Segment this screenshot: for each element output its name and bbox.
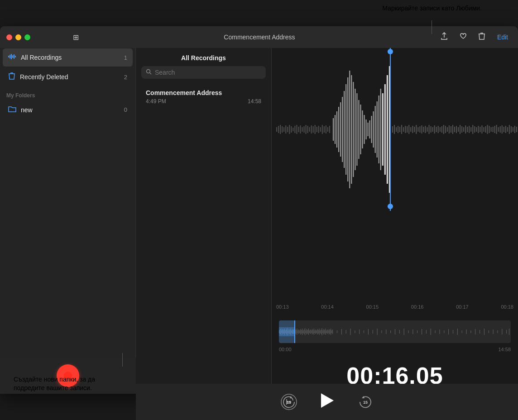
record-button[interactable] [57, 364, 79, 387]
right-panel: 00:13 00:14 00:15 00:16 00:17 00:18 [272, 26, 518, 394]
timeline-label-5: 00:18 [501, 304, 513, 310]
svg-rect-240 [497, 330, 498, 333]
svg-point-6 [147, 70, 150, 73]
svg-rect-195 [325, 329, 326, 335]
sidebar-item-all-recordings[interactable]: All Recordings 1 [3, 48, 133, 67]
svg-rect-29 [315, 125, 316, 134]
svg-rect-53 [360, 105, 361, 154]
scrubber-container[interactable] [279, 320, 511, 343]
svg-rect-162 [296, 330, 296, 334]
svg-rect-164 [297, 330, 298, 333]
forward-button[interactable]: 15 [357, 394, 374, 410]
svg-rect-107 [456, 126, 457, 133]
playback-controls: 15 15 15 [136, 384, 518, 420]
play-button[interactable] [320, 392, 335, 412]
svg-rect-101 [445, 126, 446, 133]
record-button-inner [64, 372, 72, 380]
search-input[interactable] [155, 69, 261, 76]
svg-rect-84 [414, 127, 415, 132]
svg-rect-113 [467, 127, 468, 132]
svg-rect-124 [487, 125, 488, 134]
svg-rect-121 [481, 125, 482, 134]
svg-rect-186 [317, 329, 318, 334]
svg-rect-21 [300, 125, 301, 134]
svg-rect-185 [317, 330, 317, 333]
svg-rect-216 [390, 330, 391, 333]
middle-panel: All Recordings Commencement Address 4:49… [136, 26, 272, 394]
svg-rect-0 [8, 56, 9, 57]
search-bar[interactable] [141, 66, 266, 79]
svg-rect-136 [509, 125, 510, 134]
svg-rect-19 [296, 125, 297, 134]
svg-rect-118 [476, 127, 477, 132]
waveform-container[interactable] [272, 48, 518, 302]
svg-rect-59 [371, 116, 372, 143]
svg-rect-27 [311, 125, 312, 134]
new-folder-label: new [21, 106, 124, 114]
svg-rect-207 [350, 329, 351, 335]
svg-rect-140 [516, 127, 517, 132]
svg-rect-72 [392, 126, 393, 133]
svg-rect-96 [436, 127, 437, 132]
maximize-button[interactable] [24, 34, 30, 40]
sidebar-item-recently-deleted[interactable]: Recently Deleted 2 [3, 67, 133, 86]
timeline-label-3: 00:16 [411, 304, 424, 310]
svg-rect-214 [381, 330, 382, 333]
svg-rect-31 [318, 126, 319, 133]
svg-rect-191 [322, 328, 322, 335]
edit-button[interactable]: Edit [494, 33, 511, 42]
svg-rect-80 [407, 126, 408, 133]
svg-rect-177 [309, 330, 310, 333]
waveform-svg [272, 48, 518, 211]
recording-item[interactable]: Commencement Address 4:49 PM 14:58 [139, 84, 269, 110]
svg-rect-232 [462, 330, 462, 333]
svg-rect-193 [323, 329, 324, 334]
svg-rect-11 [282, 126, 283, 133]
svg-rect-228 [444, 330, 444, 333]
svg-rect-242 [506, 330, 507, 334]
svg-rect-134 [505, 126, 506, 133]
svg-rect-33 [322, 125, 323, 134]
sidebar-toggle-button[interactable]: ⊞ [71, 31, 81, 43]
svg-rect-105 [452, 125, 453, 134]
svg-rect-238 [489, 330, 489, 333]
svg-rect-213 [377, 329, 378, 335]
share-icon[interactable] [438, 31, 450, 43]
svg-rect-209 [359, 329, 360, 334]
svg-rect-112 [465, 125, 466, 134]
svg-rect-190 [321, 329, 321, 334]
svg-rect-243 [509, 329, 509, 335]
svg-rect-41 [338, 107, 339, 152]
svg-rect-131 [500, 126, 501, 133]
svg-rect-125 [489, 126, 490, 133]
minimize-button[interactable] [15, 34, 21, 40]
svg-rect-82 [410, 127, 411, 132]
svg-rect-119 [478, 126, 479, 133]
timeline-label-2: 00:15 [366, 304, 379, 310]
svg-rect-22 [302, 127, 302, 132]
svg-rect-74 [396, 127, 397, 132]
svg-rect-235 [475, 329, 475, 334]
sidebar-item-new-folder[interactable]: new 0 [3, 101, 133, 119]
rewind-button[interactable]: 15 15 [280, 393, 297, 410]
svg-rect-163 [297, 329, 297, 335]
close-button[interactable] [6, 34, 12, 40]
svg-rect-46 [347, 77, 348, 181]
svg-rect-123 [485, 126, 486, 133]
svg-rect-198 [328, 330, 328, 333]
svg-rect-172 [305, 328, 305, 335]
svg-rect-215 [386, 329, 386, 334]
favorite-icon[interactable] [457, 31, 469, 43]
svg-rect-165 [298, 329, 299, 334]
svg-rect-47 [349, 71, 350, 188]
svg-rect-137 [511, 126, 512, 133]
svg-rect-23 [304, 126, 305, 133]
recording-meta: 4:49 PM 14:58 [146, 98, 261, 105]
delete-icon[interactable] [476, 31, 487, 43]
svg-rect-67 [387, 75, 388, 184]
svg-rect-168 [301, 330, 302, 334]
svg-rect-219 [404, 329, 404, 335]
svg-rect-50 [355, 89, 355, 170]
svg-rect-1 [10, 55, 10, 58]
svg-rect-45 [345, 84, 346, 175]
